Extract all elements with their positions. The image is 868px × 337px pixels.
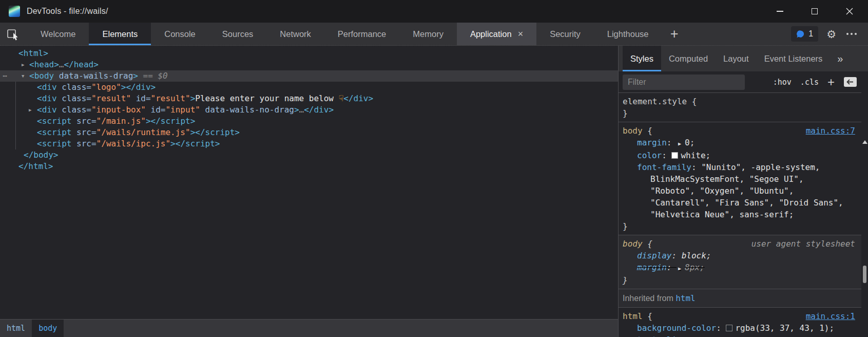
more-options-icon[interactable] [844, 33, 859, 35]
rule-selector[interactable]: body [623, 238, 643, 250]
code-token: <html> [18, 48, 48, 58]
styles-scrollbar[interactable] [862, 140, 867, 337]
sidebar-tab-event-listeners[interactable]: Event Listeners [757, 46, 831, 71]
expand-longhand-icon[interactable]: ▶ [678, 266, 681, 271]
tree-row[interactable]: <script src="/wails/runtime.js"></script… [0, 127, 618, 138]
sidebar-tab-computed[interactable]: Computed [661, 46, 716, 71]
inspect-element-button[interactable] [7, 23, 20, 45]
close-button[interactable] [838, 3, 861, 20]
css-property-line[interactable]: display: block; [619, 250, 861, 261]
css-property-line[interactable]: background-color: rgba(33, 37, 43, 1); [619, 322, 861, 334]
sidebar-tab-layout[interactable]: Layout [716, 46, 757, 71]
dom-tree: <html>▶<head>…</head>⋯▼<body data-wails-… [0, 46, 618, 319]
stylesheet-link[interactable]: main.css:1 [806, 310, 855, 322]
collapse-arrow-icon[interactable]: ▼ [22, 70, 24, 82]
sidebar-tab-bar: StylesComputedLayoutEvent Listeners » [619, 46, 868, 71]
tab-security[interactable]: Security [536, 23, 594, 45]
tree-row[interactable]: <script src="/wails/ipc.js"></script> [0, 138, 618, 149]
expand-arrow-icon[interactable]: ▶ [22, 59, 24, 70]
expand-arrow-icon[interactable]: ▶ [29, 104, 31, 116]
property-name[interactable]: font-family [637, 162, 691, 172]
breadcrumb-item-body[interactable]: body [32, 320, 64, 337]
css-property-line[interactable]: font-family: "Nunito", -apple-system, [619, 161, 861, 173]
tree-row[interactable]: ▶<div class="input-box" id="input" data-… [0, 104, 618, 116]
property-value[interactable]: "Nunito", -apple-system, [701, 162, 820, 172]
stylesheet-link[interactable]: main.css:7 [806, 125, 855, 137]
property-value[interactable]: block [682, 251, 706, 260]
tree-row[interactable]: ▶<head>…</head> [0, 59, 618, 70]
tab-sources[interactable]: Sources [209, 23, 267, 45]
issues-count: 1 [808, 29, 813, 39]
color-swatch[interactable] [726, 325, 732, 331]
rule-selector[interactable]: body [623, 125, 643, 137]
tab-close-icon[interactable]: × [518, 29, 524, 39]
code-token: … [59, 60, 64, 69]
code-token: "logo" [91, 82, 121, 92]
code-token: </script> [195, 127, 240, 137]
tree-row[interactable]: </html> [0, 161, 618, 172]
more-tabs-button[interactable]: + [662, 23, 687, 45]
node-menu-icon[interactable]: ⋯ [3, 70, 7, 82]
sidebar-tab-styles[interactable]: Styles [623, 46, 661, 71]
element-class-toggle[interactable]: .cls [800, 78, 819, 87]
scrollbar-up-arrow-icon[interactable] [862, 140, 867, 144]
code-token: … [299, 105, 304, 115]
overflow-tabs-chevron[interactable]: » [837, 46, 848, 71]
breadcrumb-item-html[interactable]: html [0, 320, 32, 337]
code-token: data-wails-no-drag [200, 105, 294, 115]
tab-console[interactable]: Console [151, 23, 209, 45]
toggle-sidebar-button[interactable] [843, 77, 857, 87]
inherited-node-link[interactable]: html [676, 293, 696, 303]
code-token: "input-box" [91, 105, 146, 115]
tab-performance[interactable]: Performance [324, 23, 399, 45]
property-value[interactable]: 8px [685, 263, 700, 272]
css-property-line[interactable]: color: white; [619, 149, 861, 161]
css-property-line[interactable]: text-align: [619, 334, 861, 337]
style-rules-list: element.style {}body {main.css:7margin: … [619, 93, 861, 337]
scrollbar-thumb[interactable] [863, 266, 866, 283]
css-property-line[interactable]: margin: ▶0; [619, 137, 861, 149]
issues-counter-button[interactable]: 1 [791, 26, 818, 42]
new-style-rule-button[interactable]: + [827, 76, 835, 88]
tab-memory[interactable]: Memory [399, 23, 457, 45]
tab-network[interactable]: Network [266, 23, 324, 45]
rule-selector[interactable]: html [623, 310, 643, 322]
tab-elements[interactable]: Elements [89, 23, 151, 45]
color-swatch[interactable] [671, 152, 678, 159]
code-token: <script [37, 116, 71, 126]
property-name[interactable]: margin [637, 263, 667, 272]
tab-welcome[interactable]: Welcome [27, 23, 89, 45]
css-property-line[interactable]: margin: ▶8px; [619, 261, 861, 274]
maximize-button[interactable] [803, 3, 826, 20]
tree-row[interactable]: <html> [0, 48, 618, 59]
tree-row[interactable]: </body> [0, 149, 618, 161]
property-name[interactable]: text-align [637, 335, 686, 337]
styles-filter-input[interactable] [623, 74, 745, 90]
tree-row[interactable]: ⋯▼<body data-wails-drag> == $0 [0, 70, 618, 82]
rule-selector[interactable]: element.style [623, 96, 687, 107]
property-value[interactable]: rgba(33, 37, 43, 1) [735, 323, 829, 333]
code-token: Please enter your name below [195, 93, 338, 103]
property-name[interactable]: display [637, 251, 671, 260]
settings-gear-icon[interactable]: ⚙ [826, 29, 836, 40]
property-name[interactable]: color [637, 151, 662, 160]
code-token: "input" [165, 105, 200, 115]
title-bar: DevTools - file://wails/ [0, 0, 868, 23]
tab-lighthouse[interactable]: Lighthouse [594, 23, 662, 45]
tree-row[interactable]: <script src="/main.js"></script> [0, 116, 618, 127]
property-name[interactable]: background-color [637, 323, 716, 333]
tree-row[interactable]: <div class="result" id="result">Please e… [0, 93, 618, 104]
property-name[interactable]: margin [637, 138, 667, 147]
property-value[interactable]: white [681, 151, 705, 160]
code-token: </script> [176, 139, 220, 148]
code-token: </div> [343, 93, 373, 103]
tab-application[interactable]: Application× [457, 23, 536, 45]
styles-toolbar: :hov .cls + [619, 71, 861, 93]
style-rule: html {main.css:1background-color: rgba(3… [619, 308, 861, 337]
property-value[interactable]: 0 [685, 138, 690, 147]
minimize-button[interactable] [768, 3, 791, 20]
pseudo-state-toggle[interactable]: :hov [773, 78, 792, 87]
code-token: class= [57, 82, 91, 92]
expand-longhand-icon[interactable]: ▶ [678, 141, 681, 146]
tree-row[interactable]: <div class="logo"></div> [0, 82, 618, 93]
